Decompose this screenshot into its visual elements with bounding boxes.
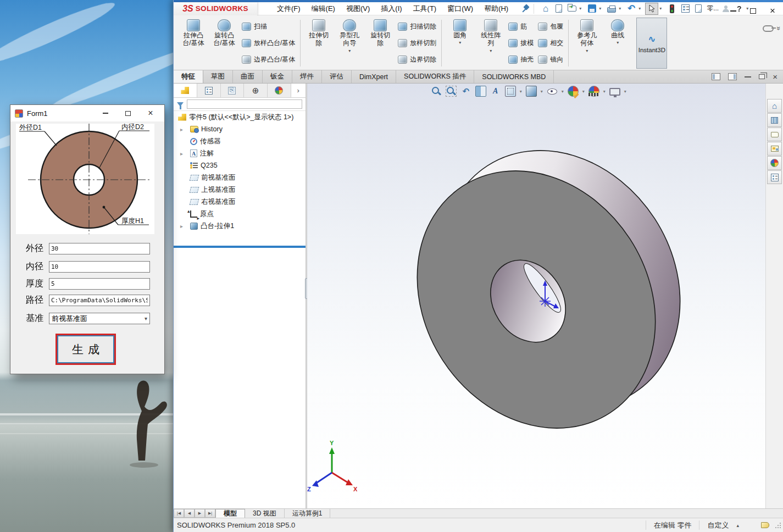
curves-caret-icon[interactable]: ▾ [617,40,619,46]
nav-last-icon[interactable]: ▶| [205,509,215,518]
doc-close-icon[interactable]: × [773,72,778,81]
linear-pattern-caret-icon[interactable]: ▾ [490,48,492,54]
appearance-caret-icon[interactable]: ▾ [582,89,585,94]
document-properties-label[interactable]: 零... [707,4,719,13]
view-orientation-caret-icon[interactable]: ▾ [520,89,522,94]
extruded-cut-button[interactable]: 拉伸切 除 [306,18,332,69]
hide-show-items-icon[interactable] [547,86,558,97]
rollback-bar[interactable] [174,246,306,248]
appearances-tab[interactable] [767,156,782,170]
status-customize[interactable]: 自定义 [707,520,729,530]
task-pane-home-tab[interactable]: ⌂ [767,99,782,113]
zoom-to-fit-icon[interactable] [431,86,442,97]
tag-icon[interactable] [761,522,769,528]
form-maximize-button[interactable] [119,107,137,119]
section-view-icon[interactable] [475,86,486,97]
select-cursor-icon[interactable] [645,3,658,15]
3d-views-tab[interactable]: 3D 视图 [245,509,285,518]
resize-grip[interactable] [775,522,781,529]
tab-addins[interactable]: SOLIDWORKS 插件 [396,70,474,83]
boundary-boss-button[interactable]: 边界凸台/基体 [242,53,295,66]
file-explorer-tab[interactable] [767,128,782,141]
tab-dimxpert[interactable]: DimXpert [352,70,396,83]
view-palette-tab[interactable] [767,142,782,156]
print-icon[interactable] [606,3,618,15]
menu-help[interactable]: 帮助(H) [479,2,514,15]
hide-show-caret-icon[interactable]: ▾ [562,89,564,94]
scene-caret-icon[interactable]: ▾ [603,89,606,94]
view-settings-caret-icon[interactable]: ▾ [624,89,626,94]
tree-filter-input[interactable] [187,99,302,109]
intersect-button[interactable]: 相交 [538,37,563,49]
model-tab[interactable]: 模型 [215,509,245,518]
datum-plane-dropdown[interactable]: 前视基准面 ▾ [49,313,150,324]
menu-window[interactable]: 窗口(W) [442,2,479,15]
wrap-button[interactable]: 包覆 [538,20,563,33]
options-icon[interactable] [679,3,691,15]
lofted-cut-button[interactable]: 放样切割 [398,37,436,49]
edit-appearance-icon[interactable] [568,86,579,97]
tab-sketch[interactable]: 草图 [203,70,233,83]
menu-edit[interactable]: 编辑(E) [306,2,341,15]
view-settings-icon[interactable] [609,88,620,96]
tab-evaluate[interactable]: 评估 [322,70,352,83]
rib-button[interactable]: 筋 [508,20,534,33]
custom-properties-tab[interactable] [767,170,782,184]
outer-diameter-input[interactable] [49,243,150,254]
previous-view-icon[interactable]: ↶ [460,86,471,97]
tree-item-annotations[interactable]: ▸ A 注解 [174,147,306,159]
expand-arrow-icon[interactable]: ▸ [180,151,183,157]
reference-geometry-caret-icon[interactable]: ▾ [586,48,588,54]
expand-arrow-icon[interactable]: ▸ [180,223,183,229]
maximize-button[interactable] [749,7,757,15]
instant3d-button[interactable]: ∿ Instant3D [636,18,667,69]
undo-icon[interactable]: ↶ [625,3,637,15]
nav-prev-icon[interactable]: ◀ [184,509,195,518]
featuremanager-tab[interactable] [174,84,197,97]
document-properties-icon[interactable] [692,3,704,15]
linear-pattern-button[interactable]: 线性阵 列 ▾ [477,18,504,69]
boundary-cut-button[interactable]: 边界切除 [398,53,436,66]
displaymanager-tab[interactable] [268,84,291,97]
double-chevron-icon[interactable]: » [775,26,783,30]
inner-diameter-input[interactable] [49,261,150,273]
tab-sheet-metal[interactable]: 钣金 [263,70,292,83]
tree-item-material[interactable]: Q235 [174,159,306,171]
dimxpertmanager-tab[interactable]: ⊕ [244,84,268,97]
tree-item-sensors[interactable]: 传感器 [174,135,306,147]
rebuild-traffic-light-icon[interactable] [666,3,678,15]
revolved-cut-button[interactable]: 旋转切 除 [367,18,393,69]
form-close-button[interactable]: × [141,107,160,119]
new-document-icon[interactable] [553,3,565,15]
curves-button[interactable]: 曲线 ▾ [604,18,631,69]
menu-file[interactable]: 文件(F) [271,2,306,15]
nav-next-icon[interactable]: ▶ [195,509,205,518]
swept-cut-button[interactable]: 扫描切除 [398,20,436,33]
select-caret-icon[interactable]: ▾ [659,6,665,11]
filter-funnel-icon[interactable] [177,102,184,107]
zoom-to-area-icon[interactable] [446,86,457,97]
minimize-button[interactable] [729,7,737,15]
pin-menu-icon[interactable] [521,4,534,14]
tab-features[interactable]: 特征 [174,70,203,83]
close-button[interactable]: × [769,7,776,15]
fillet-caret-icon[interactable]: ▾ [459,40,461,46]
form1-title-bar[interactable]: Form1 × [10,105,164,121]
part-3d-view[interactable]: Y X Z [307,84,765,508]
motion-study-tab[interactable]: 运动算例1 [285,509,331,518]
tree-item-boss-extrude[interactable]: ▸ 凸台-拉伸1 [174,220,306,232]
menu-insert[interactable]: 插入(I) [375,2,407,15]
expand-arrow-icon[interactable]: ▸ [180,126,183,132]
doc-restore-icon[interactable] [759,74,765,79]
draft-button[interactable]: 拔模 [508,37,534,49]
tree-tabs-overflow[interactable]: › [291,84,306,97]
graphics-viewport[interactable]: ↶ A ▾ ▾ ▾ ▾ ▾ ▾ [307,84,765,508]
save-caret-icon[interactable]: ▾ [599,6,604,11]
tree-root-part[interactable]: 零件5 (默认<<默认>_显示状态 1>) [174,111,306,123]
revolved-boss-button[interactable]: 旋转凸 台/基体 [211,18,237,69]
measure-icon[interactable] [763,25,774,32]
menu-view[interactable]: 视图(V) [341,2,375,15]
undo-caret-icon[interactable]: ▾ [638,6,644,11]
annotation-view-icon[interactable]: A [490,86,501,97]
generate-button[interactable]: 生成 [57,335,114,363]
